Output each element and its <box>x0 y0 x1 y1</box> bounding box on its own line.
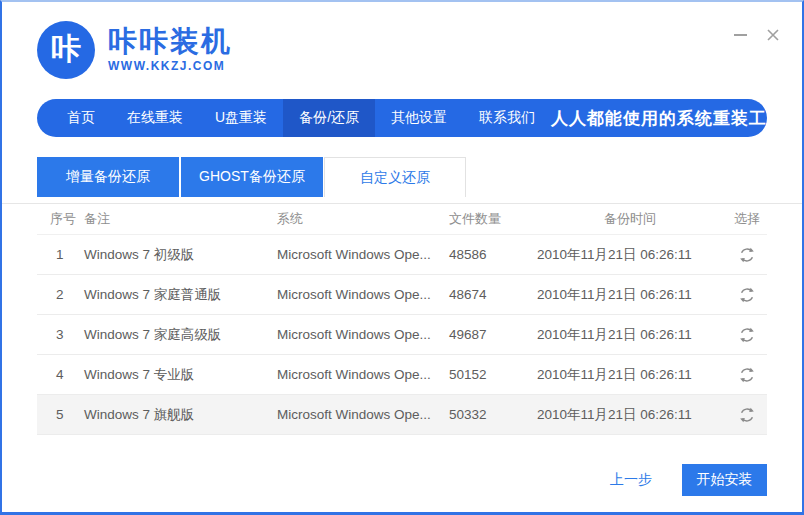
back-button[interactable]: 上一步 <box>610 471 652 489</box>
col-header-file-count: 文件数量 <box>449 210 537 228</box>
titlebar: 咔 咔咔装机 WWW.KKZJ.COM <box>2 2 802 97</box>
row-system: Microsoft Windows Ope... <box>277 367 449 382</box>
nav-item-backup-restore[interactable]: 备份/还原 <box>283 99 375 137</box>
row-select-button[interactable] <box>737 245 757 265</box>
footer-actions: 上一步 开始安装 <box>37 464 767 496</box>
sync-icon <box>738 286 756 304</box>
nav-item-usb-reinstall[interactable]: U盘重装 <box>199 99 283 137</box>
row-no: 3 <box>50 327 84 342</box>
table-row[interactable]: 3 Windows 7 家庭高级版 Microsoft Windows Ope.… <box>37 315 767 355</box>
sync-icon <box>738 246 756 264</box>
nav-item-home[interactable]: 首页 <box>51 99 111 137</box>
row-no: 5 <box>50 407 84 422</box>
row-file-count: 49687 <box>449 327 537 342</box>
row-system: Microsoft Windows Ope... <box>277 407 449 422</box>
table-row[interactable]: 1 Windows 7 初级版 Microsoft Windows Ope...… <box>37 235 767 275</box>
row-no: 2 <box>50 287 84 302</box>
nav-slogan: 人人都能使用的系统重装工具 <box>551 99 767 137</box>
brand-text: 咔咔装机 WWW.KKZJ.COM <box>108 26 232 73</box>
row-select-button[interactable] <box>737 325 757 345</box>
row-file-count: 50332 <box>449 407 537 422</box>
logo-icon: 咔 <box>51 29 81 70</box>
row-file-count: 48674 <box>449 287 537 302</box>
table-row[interactable]: 4 Windows 7 专业版 Microsoft Windows Ope...… <box>37 355 767 395</box>
row-no: 1 <box>50 247 84 262</box>
minimize-icon <box>734 34 747 36</box>
row-remark: Windows 7 家庭高级版 <box>84 326 277 344</box>
nav-item-contact-us[interactable]: 联系我们 <box>463 99 551 137</box>
backup-table: 序号 备注 系统 文件数量 备份时间 选择 1 Windows 7 初级版 Mi… <box>37 204 767 435</box>
col-header-system: 系统 <box>277 210 449 228</box>
table-row[interactable]: 5 Windows 7 旗舰版 Microsoft Windows Ope...… <box>37 395 767 435</box>
restore-tabs: 增量备份还原 GHOST备份还原 自定义还原 <box>37 157 767 197</box>
sync-icon <box>738 366 756 384</box>
main-nav: 首页 在线重装 U盘重装 备份/还原 其他设置 联系我们 人人都能使用的系统重装… <box>37 99 767 137</box>
row-select-button[interactable] <box>737 405 757 425</box>
row-backup-time: 2010年11月21日 06:26:11 <box>537 286 723 304</box>
row-file-count: 50152 <box>449 367 537 382</box>
row-system: Microsoft Windows Ope... <box>277 247 449 262</box>
row-system: Microsoft Windows Ope... <box>277 287 449 302</box>
table-header-row: 序号 备注 系统 文件数量 备份时间 选择 <box>37 204 767 235</box>
col-header-remark: 备注 <box>84 210 277 228</box>
row-no: 4 <box>50 367 84 382</box>
app-logo: 咔 <box>37 21 95 79</box>
brand-title: 咔咔装机 <box>108 26 232 56</box>
close-button[interactable] <box>764 26 782 44</box>
table-row[interactable]: 2 Windows 7 家庭普通版 Microsoft Windows Ope.… <box>37 275 767 315</box>
row-remark: Windows 7 初级版 <box>84 246 277 264</box>
sync-icon <box>738 326 756 344</box>
row-remark: Windows 7 专业版 <box>84 366 277 384</box>
window-controls <box>731 26 782 44</box>
row-backup-time: 2010年11月21日 06:26:11 <box>537 406 723 424</box>
start-install-button[interactable]: 开始安装 <box>682 464 767 496</box>
col-header-backup-time: 备份时间 <box>537 210 723 228</box>
row-file-count: 48586 <box>449 247 537 262</box>
minimize-button[interactable] <box>731 26 749 44</box>
row-system: Microsoft Windows Ope... <box>277 327 449 342</box>
nav-item-online-reinstall[interactable]: 在线重装 <box>111 99 199 137</box>
close-icon <box>766 28 780 42</box>
col-header-no: 序号 <box>50 210 84 228</box>
app-window: 咔 咔咔装机 WWW.KKZJ.COM 首页 在线重装 U盘重装 备份/还原 其… <box>0 0 804 515</box>
row-remark: Windows 7 家庭普通版 <box>84 286 277 304</box>
row-remark: Windows 7 旗舰版 <box>84 406 277 424</box>
col-header-select: 选择 <box>723 210 771 228</box>
brand-url: WWW.KKZJ.COM <box>108 59 232 73</box>
row-backup-time: 2010年11月21日 06:26:11 <box>537 246 723 264</box>
tab-ghost-backup-restore[interactable]: GHOST备份还原 <box>181 157 323 197</box>
tab-custom-restore[interactable]: 自定义还原 <box>324 157 466 197</box>
sync-icon <box>738 406 756 424</box>
row-backup-time: 2010年11月21日 06:26:11 <box>537 326 723 344</box>
row-select-button[interactable] <box>737 285 757 305</box>
row-select-button[interactable] <box>737 365 757 385</box>
row-backup-time: 2010年11月21日 06:26:11 <box>537 366 723 384</box>
nav-item-other-settings[interactable]: 其他设置 <box>375 99 463 137</box>
tab-incremental-backup-restore[interactable]: 增量备份还原 <box>37 157 179 197</box>
